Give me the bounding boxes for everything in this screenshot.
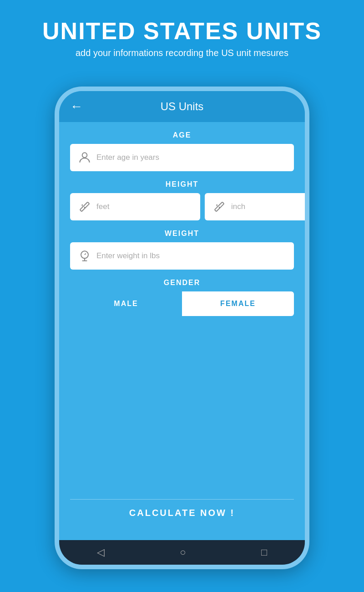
- person-icon: [77, 150, 92, 165]
- app-bar-title: US Units: [161, 100, 204, 113]
- weight-input-field: [70, 242, 294, 270]
- calculate-button[interactable]: CALCULATE NOW !: [70, 500, 294, 526]
- app-bar: ← US Units: [59, 91, 305, 122]
- back-button[interactable]: ←: [70, 99, 83, 114]
- ruler-feet-icon: [77, 199, 92, 214]
- inch-input-field: [205, 193, 305, 220]
- inch-input[interactable]: [231, 202, 305, 211]
- height-label: HEIGHT: [70, 180, 294, 189]
- gender-row: MALE FEMALE: [70, 291, 294, 316]
- page-subtitle: add your informations recording the US u…: [9, 48, 355, 58]
- scale-icon: [77, 249, 92, 263]
- nav-back-icon[interactable]: ◁: [97, 546, 105, 558]
- bottom-nav: ◁ ○ □: [59, 540, 305, 565]
- age-input-field: [70, 144, 294, 171]
- age-label: AGE: [70, 131, 294, 139]
- age-input[interactable]: [96, 153, 287, 162]
- feet-input[interactable]: [96, 202, 193, 211]
- nav-home-icon[interactable]: ○: [180, 546, 186, 558]
- calculate-section: CALCULATE NOW !: [70, 490, 294, 536]
- phone-frame: ← US Units AGE HEI: [55, 87, 309, 569]
- svg-line-10: [85, 254, 86, 255]
- weight-label: WEIGHT: [70, 230, 294, 238]
- phone-screen: ← US Units AGE HEI: [59, 91, 305, 565]
- page-title: UNITED STATES UNITS: [9, 18, 355, 44]
- height-section: HEIGHT: [70, 180, 294, 220]
- content-wrapper: AGE HEIGHT: [59, 122, 305, 540]
- svg-point-0: [82, 153, 87, 158]
- nav-recents-icon[interactable]: □: [261, 546, 267, 558]
- male-button[interactable]: MALE: [70, 291, 182, 316]
- weight-section: WEIGHT: [70, 230, 294, 270]
- female-button[interactable]: FEMALE: [182, 291, 294, 316]
- gender-section: GENDER MALE FEMALE: [70, 279, 294, 316]
- feet-input-field: [70, 193, 200, 220]
- weight-input[interactable]: [96, 251, 287, 260]
- page-header: UNITED STATES UNITS add your information…: [0, 0, 364, 67]
- gender-label: GENDER: [70, 279, 294, 287]
- ruler-inch-icon: [212, 199, 227, 214]
- age-section: AGE: [70, 131, 294, 171]
- height-row: [70, 193, 294, 220]
- spacer: [70, 316, 294, 490]
